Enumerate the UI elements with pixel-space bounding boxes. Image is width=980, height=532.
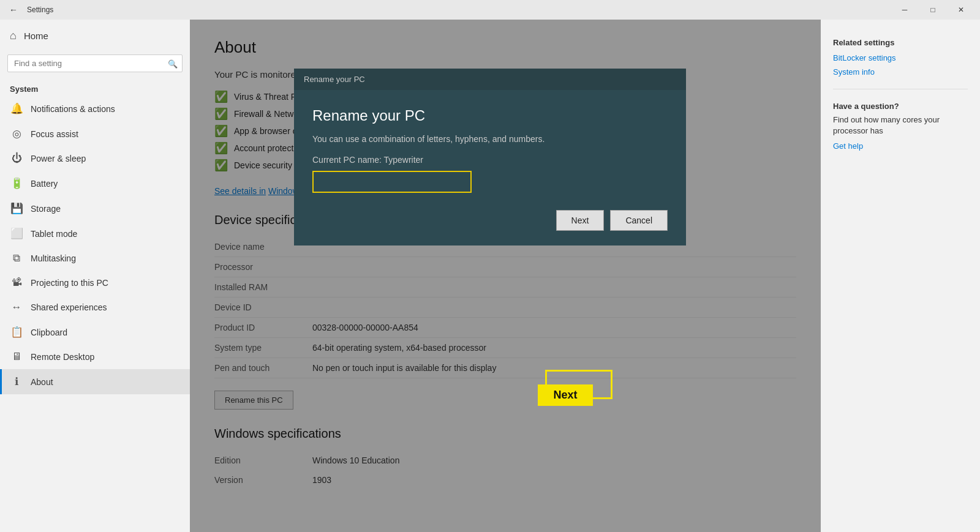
about-icon: ℹ [10, 375, 23, 388]
sidebar-item-clipboard-label: Clipboard [31, 328, 67, 337]
app-title: Settings [27, 6, 891, 14]
sidebar-item-projecting-label: Projecting to this PC [31, 278, 108, 288]
sidebar-section-title: System [0, 80, 190, 96]
search-input[interactable] [7, 54, 183, 72]
storage-icon: 💾 [10, 202, 23, 215]
sidebar-item-tablet[interactable]: ⬜ Tablet mode [0, 221, 190, 246]
sidebar-item-notifications[interactable]: 🔔 Notifications & actions [0, 96, 190, 121]
sidebar-item-remote[interactable]: 🖥 Remote Desktop [0, 345, 190, 369]
clipboard-icon: 📋 [10, 326, 23, 339]
sidebar-item-clipboard[interactable]: 📋 Clipboard [0, 320, 190, 345]
close-button[interactable]: ✕ [947, 0, 975, 20]
home-icon: ⌂ [10, 29, 17, 42]
dialog-titlebar: Rename your PC [294, 69, 686, 90]
dialog-description: You can use a combination of letters, hy… [312, 134, 668, 144]
bitlocker-link[interactable]: BitLocker settings [833, 53, 968, 62]
sidebar: ⌂ Home 🔍 System 🔔 Notifications & action… [0, 20, 190, 532]
sidebar-item-notifications-label: Notifications & actions [31, 104, 115, 114]
sidebar-item-multitasking[interactable]: ⧉ Multitasking [0, 246, 190, 271]
multitasking-icon: ⧉ [10, 252, 23, 264]
focus-icon: ◎ [10, 127, 23, 140]
shared-icon: ↔ [10, 301, 23, 313]
sidebar-item-shared-label: Shared experiences [31, 302, 107, 312]
modal-overlay: Rename your PC Rename your PC You can us… [190, 20, 821, 532]
tablet-icon: ⬜ [10, 227, 23, 240]
sidebar-item-storage-label: Storage [31, 204, 61, 214]
search-box: 🔍 [7, 54, 183, 72]
dialog-titlebar-text: Rename your PC [304, 75, 365, 84]
sidebar-item-battery-label: Battery [31, 179, 58, 189]
content-area: About Your PC is monitored and protected… [190, 20, 821, 532]
sidebar-item-multitasking-label: Multitasking [31, 253, 76, 263]
right-divider [833, 89, 968, 89]
cancel-button[interactable]: Cancel [610, 210, 668, 231]
next-button[interactable]: Next [556, 210, 605, 231]
back-button[interactable]: ← [5, 1, 22, 18]
related-settings-title: Related settings [833, 38, 968, 47]
rename-dialog: Rename your PC Rename your PC You can us… [294, 69, 686, 245]
minimize-button[interactable]: ─ [891, 0, 919, 20]
notifications-icon: 🔔 [10, 102, 23, 115]
sidebar-item-remote-label: Remote Desktop [31, 352, 94, 362]
dialog-body: Rename your PC You can use a combination… [294, 90, 686, 245]
get-help-link[interactable]: Get help [833, 141, 968, 151]
sidebar-item-about[interactable]: ℹ About [0, 369, 190, 394]
projecting-icon: 📽 [10, 277, 23, 289]
sidebar-item-focus[interactable]: ◎ Focus assist [0, 121, 190, 146]
sidebar-item-about-label: About [31, 377, 53, 387]
sidebar-item-storage[interactable]: 💾 Storage [0, 196, 190, 221]
sidebar-item-power-label: Power & sleep [31, 154, 86, 163]
sidebar-item-focus-label: Focus assist [31, 129, 78, 139]
titlebar: ← Settings ─ □ ✕ [0, 0, 980, 20]
sidebar-item-power[interactable]: ⏻ Power & sleep [0, 146, 190, 171]
sidebar-item-tablet-label: Tablet mode [31, 229, 77, 239]
power-icon: ⏻ [10, 152, 23, 165]
sidebar-item-projecting[interactable]: 📽 Projecting to this PC [0, 271, 190, 295]
current-pc-name: Current PC name: Typewriter [312, 155, 668, 165]
dialog-footer: Next Cancel [312, 210, 668, 231]
new-pc-name-input[interactable] [312, 171, 472, 193]
window-controls: ─ □ ✕ [891, 0, 975, 20]
have-a-question-title: Have a question? [833, 102, 968, 111]
sidebar-home[interactable]: ⌂ Home [0, 20, 190, 52]
sidebar-item-battery[interactable]: 🔋 Battery [0, 171, 190, 196]
maximize-button[interactable]: □ [919, 0, 947, 20]
home-label: Home [24, 31, 48, 41]
sidebar-item-shared[interactable]: ↔ Shared experiences [0, 295, 190, 320]
question-text: Find out how many cores your processor h… [833, 114, 968, 137]
right-panel: Related settings BitLocker settings Syst… [821, 20, 980, 532]
system-info-link[interactable]: System info [833, 67, 968, 77]
dialog-title: Rename your PC [312, 107, 668, 124]
battery-icon: 🔋 [10, 177, 23, 190]
remote-icon: 🖥 [10, 351, 23, 363]
